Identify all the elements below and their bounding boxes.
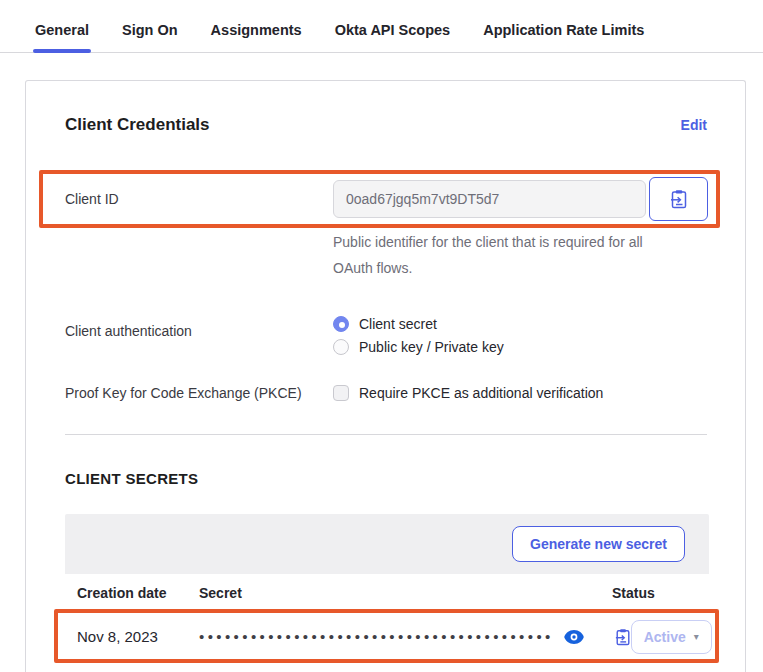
generate-new-secret-button[interactable]: Generate new secret (512, 526, 685, 562)
secret-cell: ••••••••••••••••••••••••••••••••••••••••… (199, 628, 631, 646)
client-credentials-header: Client Credentials Edit (65, 115, 707, 135)
pkce-label: Proof Key for Code Exchange (PKCE) (65, 385, 333, 401)
radio-unselected-icon[interactable] (333, 339, 349, 355)
client-secrets-table: Generate new secret Creation date Secret… (65, 514, 709, 662)
radio-selected-icon[interactable] (333, 316, 349, 332)
client-id-help-text: Public identifier for the client that is… (333, 229, 655, 281)
client-credentials-title: Client Credentials (65, 115, 210, 135)
copy-secret-button[interactable] (615, 628, 631, 646)
header-creation-date: Creation date (77, 585, 199, 601)
option-public-private-key-label: Public key / Private key (359, 339, 504, 355)
general-settings-card: Client Credentials Edit Client ID Pu (25, 80, 746, 672)
client-id-row: Client ID (65, 177, 707, 221)
pkce-option-label: Require PKCE as additional verification (359, 385, 603, 401)
app-tab-bar: General Sign On Assignments Okta API Sco… (0, 0, 763, 53)
client-authentication-options: Client secret Public key / Private key (333, 313, 504, 355)
status-badge: Active (644, 629, 686, 645)
masked-secret-value: ••••••••••••••••••••••••••••••••••••••••… (199, 628, 554, 645)
clipboard-copy-icon (670, 189, 688, 209)
table-header-row: Creation date Secret Status (65, 574, 709, 612)
clipboard-copy-icon (615, 628, 631, 646)
edit-link[interactable]: Edit (681, 117, 707, 133)
tab-sign-on[interactable]: Sign On (122, 22, 178, 52)
reveal-secret-button[interactable] (564, 630, 584, 644)
option-client-secret-label: Client secret (359, 316, 437, 332)
secret-table-row: Nov 8, 2023 ••••••••••••••••••••••••••••… (65, 612, 709, 662)
tab-assignments[interactable]: Assignments (211, 22, 302, 52)
client-secrets-title: CLIENT SECRETS (65, 470, 707, 487)
section-divider (65, 434, 707, 435)
client-id-label: Client ID (65, 191, 333, 207)
pkce-option[interactable]: Require PKCE as additional verification (333, 385, 603, 401)
status-cell: Active ▾ (631, 620, 728, 654)
option-public-private-key[interactable]: Public key / Private key (333, 339, 504, 355)
pkce-row: Proof Key for Code Exchange (PKCE) Requi… (65, 385, 707, 401)
status-dropdown-button[interactable]: Active ▾ (631, 620, 712, 654)
secrets-toolbar: Generate new secret (65, 514, 709, 574)
client-id-input[interactable] (333, 180, 646, 218)
header-secret: Secret (199, 585, 612, 601)
caret-down-icon: ▾ (694, 631, 699, 642)
option-client-secret[interactable]: Client secret (333, 316, 504, 332)
eye-icon (564, 630, 584, 644)
header-status: Status (612, 585, 709, 601)
secret-creation-date: Nov 8, 2023 (77, 628, 199, 645)
copy-client-id-button[interactable] (649, 177, 708, 221)
tab-okta-api-scopes[interactable]: Okta API Scopes (335, 22, 451, 52)
checkbox-unchecked-icon[interactable] (333, 385, 349, 401)
tab-general[interactable]: General (35, 22, 89, 52)
tab-application-rate-limits[interactable]: Application Rate Limits (483, 22, 644, 52)
client-id-group (333, 177, 708, 221)
client-authentication-label: Client authentication (65, 313, 333, 339)
client-authentication-row: Client authentication Client secret Publ… (65, 313, 707, 355)
